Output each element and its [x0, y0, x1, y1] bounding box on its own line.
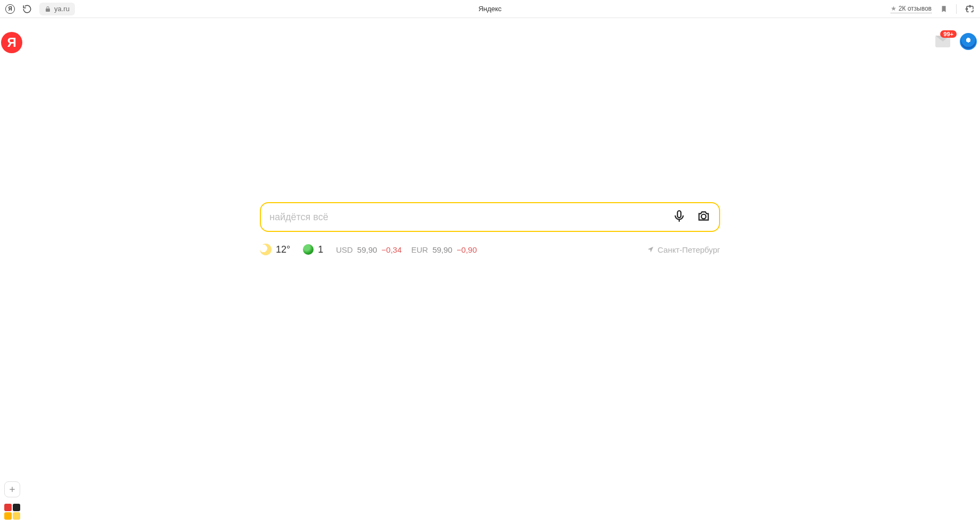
plus-icon: [8, 485, 16, 494]
app-tile: [4, 504, 12, 511]
lock-icon: [45, 6, 51, 12]
mail-badge: 99+: [940, 30, 957, 38]
rate-eur: EUR 59,90 −0,90: [411, 245, 477, 254]
bookmark-icon[interactable]: [940, 5, 948, 13]
divider: [956, 4, 957, 14]
voice-search-icon[interactable]: [672, 209, 686, 225]
info-row: 12° 1 USD 59,90 −0,34 EUR 59,90 −0,90 Са…: [260, 244, 720, 255]
main: 12° 1 USD 59,90 −0,34 EUR 59,90 −0,90 Са…: [260, 202, 720, 255]
app-tile: [13, 504, 20, 511]
image-search-icon[interactable]: [697, 209, 711, 225]
mail-button[interactable]: 99+: [935, 36, 950, 47]
browser-chrome: Я ya.ru Яндекс ★ 2К отзывов: [0, 0, 980, 18]
search-input[interactable]: [269, 212, 672, 223]
rate-usd: USD 59,90 −0,34: [336, 245, 402, 254]
svg-rect-2: [678, 211, 681, 218]
reload-icon[interactable]: [22, 4, 32, 14]
svg-point-4: [702, 214, 706, 219]
star-icon: ★: [891, 5, 897, 12]
yandex-logo[interactable]: Я: [1, 32, 22, 53]
reviews-text: 2К отзывов: [899, 5, 932, 12]
svg-point-1: [966, 8, 968, 10]
app-tile: [13, 512, 20, 520]
browser-home-icon[interactable]: Я: [5, 4, 15, 14]
moon-icon: [258, 242, 273, 257]
location-icon: [647, 246, 654, 253]
weather-temp: 12°: [276, 244, 290, 255]
apps-button[interactable]: [4, 504, 20, 520]
rates[interactable]: USD 59,90 −0,34 EUR 59,90 −0,90: [336, 245, 477, 254]
avatar[interactable]: [960, 33, 977, 50]
geo-link[interactable]: Санкт-Петербург: [647, 245, 720, 254]
traffic-icon: [303, 244, 314, 255]
traffic-level: 1: [318, 244, 323, 255]
add-button[interactable]: [4, 481, 20, 497]
weather-chip[interactable]: 12°: [260, 244, 290, 255]
extensions-icon[interactable]: [965, 4, 975, 14]
address-text: ya.ru: [54, 5, 70, 13]
side-dock: [4, 481, 20, 520]
app-tile: [4, 512, 12, 520]
svg-point-0: [969, 5, 971, 7]
header-right: 99+: [935, 33, 977, 50]
geo-city: Санкт-Петербург: [657, 245, 720, 254]
address-bar[interactable]: ya.ru: [39, 3, 75, 15]
page-title: Яндекс: [478, 5, 502, 13]
search-box: [260, 202, 720, 232]
reviews-link[interactable]: ★ 2К отзывов: [891, 5, 932, 13]
traffic-chip[interactable]: 1: [303, 244, 323, 255]
